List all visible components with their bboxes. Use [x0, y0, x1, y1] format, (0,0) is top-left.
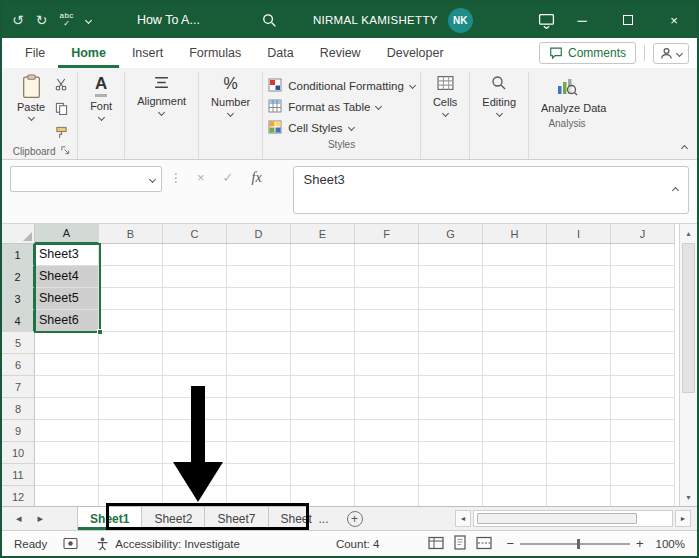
cell-D11[interactable] [227, 464, 291, 486]
cell-D5[interactable] [227, 332, 291, 354]
undo-icon[interactable]: ↺ [12, 12, 24, 28]
cell-C1[interactable] [163, 244, 227, 266]
cell-J3[interactable] [611, 288, 675, 310]
row-header-8[interactable]: 8 [2, 398, 35, 420]
cell-I4[interactable] [547, 310, 611, 332]
analyze-data-button[interactable]: Analyze Data [534, 72, 600, 116]
insert-function-icon[interactable]: fx [252, 170, 262, 186]
cell-C5[interactable] [163, 332, 227, 354]
cell-H12[interactable] [483, 486, 547, 506]
cell-G8[interactable] [419, 398, 483, 420]
cell-H4[interactable] [483, 310, 547, 332]
cell-H6[interactable] [483, 354, 547, 376]
cell-B8[interactable] [99, 398, 163, 420]
cell-D9[interactable] [227, 420, 291, 442]
share-button[interactable] [653, 43, 689, 64]
cell-J8[interactable] [611, 398, 675, 420]
cell-E7[interactable] [291, 376, 355, 398]
cell-H11[interactable] [483, 464, 547, 486]
column-header-H[interactable]: H [483, 224, 547, 244]
cell-D8[interactable] [227, 398, 291, 420]
macro-record-icon[interactable] [63, 537, 78, 550]
spelling-icon[interactable]: abc ✓ [59, 12, 73, 28]
cell-A6[interactable] [35, 354, 99, 376]
cell-H5[interactable] [483, 332, 547, 354]
cell-E6[interactable] [291, 354, 355, 376]
cell-F12[interactable] [355, 486, 419, 506]
vertical-scrollbar[interactable]: ▲ ▼ [679, 224, 697, 506]
cell-D2[interactable] [227, 266, 291, 288]
cell-B3[interactable] [99, 288, 163, 310]
cell-B12[interactable] [99, 486, 163, 506]
cell-I1[interactable] [547, 244, 611, 266]
fill-handle[interactable] [97, 329, 103, 335]
cell-G7[interactable] [419, 376, 483, 398]
cell-J1[interactable] [611, 244, 675, 266]
row-header-11[interactable]: 11 [2, 464, 35, 486]
zoom-thumb[interactable] [577, 539, 580, 549]
cell-F9[interactable] [355, 420, 419, 442]
row-header-10[interactable]: 10 [2, 442, 35, 464]
page-layout-view-icon[interactable] [453, 535, 467, 552]
cell-D10[interactable] [227, 442, 291, 464]
formula-input[interactable]: Sheet3 [293, 166, 689, 214]
cell-H3[interactable] [483, 288, 547, 310]
cell-I6[interactable] [547, 354, 611, 376]
cell-B9[interactable] [99, 420, 163, 442]
cell-A9[interactable] [35, 420, 99, 442]
cell-E4[interactable] [291, 310, 355, 332]
hscroll-track[interactable] [473, 510, 673, 527]
count-indicator[interactable]: Count: 4 [336, 538, 379, 550]
format-as-table-button[interactable]: Format as Table [268, 97, 415, 116]
cell-I5[interactable] [547, 332, 611, 354]
cell-E10[interactable] [291, 442, 355, 464]
tab-insert[interactable]: Insert [119, 38, 176, 68]
cell-A5[interactable] [35, 332, 99, 354]
column-header-F[interactable]: F [355, 224, 419, 244]
cell-E5[interactable] [291, 332, 355, 354]
column-header-B[interactable]: B [99, 224, 163, 244]
conditional-formatting-button[interactable]: Conditional Formatting [268, 76, 415, 95]
cell-E1[interactable] [291, 244, 355, 266]
minimize-button[interactable]: ─ [559, 2, 605, 38]
font-group-button[interactable]: A Font [83, 72, 119, 120]
cell-I3[interactable] [547, 288, 611, 310]
cell-I11[interactable] [547, 464, 611, 486]
row-header-9[interactable]: 9 [2, 420, 35, 442]
page-break-view-icon[interactable] [476, 536, 492, 552]
sheet-tab-sheet7[interactable]: Sheet7 [205, 507, 268, 530]
cell-G1[interactable] [419, 244, 483, 266]
cell-H7[interactable] [483, 376, 547, 398]
cell-C3[interactable] [163, 288, 227, 310]
cell-J7[interactable] [611, 376, 675, 398]
cell-D3[interactable] [227, 288, 291, 310]
cell-J9[interactable] [611, 420, 675, 442]
cell-H10[interactable] [483, 442, 547, 464]
cell-H2[interactable] [483, 266, 547, 288]
cell-F6[interactable] [355, 354, 419, 376]
cell-B1[interactable] [99, 244, 163, 266]
column-header-I[interactable]: I [547, 224, 611, 244]
cell-I7[interactable] [547, 376, 611, 398]
cell-B11[interactable] [99, 464, 163, 486]
redo-icon[interactable]: ↻ [36, 12, 48, 28]
row-header-1[interactable]: 1 [2, 244, 35, 266]
row-header-5[interactable]: 5 [2, 332, 35, 354]
cell-B6[interactable] [99, 354, 163, 376]
cell-H1[interactable] [483, 244, 547, 266]
collapse-ribbon-icon[interactable] [681, 145, 688, 152]
row-header-12[interactable]: 12 [2, 486, 35, 506]
tab-data[interactable]: Data [254, 38, 306, 68]
cell-E9[interactable] [291, 420, 355, 442]
copy-icon[interactable] [55, 101, 68, 119]
column-header-E[interactable]: E [291, 224, 355, 244]
zoom-out-button[interactable]: − [506, 536, 514, 551]
tab-home[interactable]: Home [58, 38, 119, 68]
alignment-group-button[interactable]: Alignment [130, 72, 193, 115]
scroll-down-icon[interactable]: ▼ [680, 488, 697, 506]
zoom-slider[interactable] [520, 537, 630, 551]
column-header-C[interactable]: C [163, 224, 227, 244]
cell-G5[interactable] [419, 332, 483, 354]
column-header-G[interactable]: G [419, 224, 483, 244]
hscroll-right-icon[interactable]: ► [675, 510, 691, 527]
